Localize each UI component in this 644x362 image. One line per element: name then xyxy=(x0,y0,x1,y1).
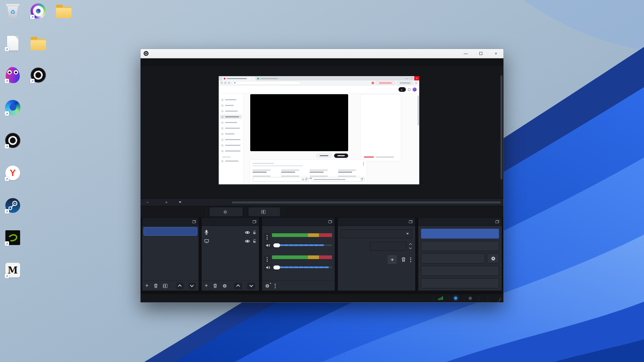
desktop-icon-steam[interactable] xyxy=(0,197,25,215)
obs-logo-icon xyxy=(144,51,149,56)
volume-slider[interactable] xyxy=(273,244,332,246)
zoom-in-button[interactable]: + xyxy=(163,200,169,205)
secondary-button xyxy=(316,154,332,158)
preview-vertical-scrollbar[interactable] xyxy=(500,68,502,196)
preview-horizontal-scrollbar[interactable] xyxy=(232,201,501,203)
edge-logo-icon xyxy=(4,99,21,116)
eye-icon[interactable] xyxy=(245,239,250,243)
close-button[interactable]: × xyxy=(488,49,503,58)
file-icon xyxy=(4,35,21,52)
stream-pill xyxy=(376,81,395,84)
mixer-header[interactable] xyxy=(262,218,335,226)
mute-button[interactable] xyxy=(264,264,271,271)
popout-icon[interactable] xyxy=(253,220,256,223)
preview-canvas[interactable]: —□× xyxy=(141,66,503,198)
popout-icon[interactable] xyxy=(192,220,196,223)
popout-icon[interactable] xyxy=(409,220,413,223)
scene-list-item[interactable] xyxy=(144,227,197,236)
volume-slider-handle[interactable] xyxy=(273,265,280,269)
desktop-icon-totally-accurate[interactable] xyxy=(0,67,25,84)
transition-menu-button[interactable] xyxy=(410,257,411,262)
ubisoft-connect-icon xyxy=(30,3,47,19)
transitions-header[interactable] xyxy=(338,218,415,226)
duration-spin-arrows[interactable] xyxy=(408,242,413,251)
eye-icon[interactable] xyxy=(245,231,250,234)
add-transition-button[interactable]: + xyxy=(388,255,397,264)
move-scene-down-button[interactable] xyxy=(189,283,196,289)
desktop-icon-nvidia-app[interactable] xyxy=(0,229,25,247)
duration-spinbox[interactable] xyxy=(370,242,407,251)
transition-select[interactable] xyxy=(341,229,412,238)
bitrate-status xyxy=(433,296,450,301)
advanced-audio-button[interactable] xyxy=(265,284,270,288)
scene-filters-button[interactable] xyxy=(163,284,167,288)
scenes-panel: + xyxy=(142,217,199,291)
captured-window-controls: —□× xyxy=(404,76,419,80)
volume-slider-handle[interactable] xyxy=(273,243,280,247)
controls-header[interactable] xyxy=(418,218,502,226)
source-properties-button[interactable] xyxy=(222,284,227,288)
virtual-camera-settings-button[interactable] xyxy=(487,253,499,263)
sources-header[interactable] xyxy=(202,218,259,226)
desktop-icon-ubisoft-connect[interactable] xyxy=(25,3,51,20)
zoom-out-button[interactable]: − xyxy=(145,200,151,205)
source-row-audio-input[interactable] xyxy=(202,228,259,237)
desktop-icon-assassins-creed[interactable] xyxy=(51,3,76,20)
folder-icon xyxy=(30,35,47,52)
obs-logo-icon xyxy=(30,67,47,83)
properties-button[interactable] xyxy=(210,207,243,216)
popout-icon[interactable] xyxy=(328,220,332,223)
obs-titlebar[interactable]: — × xyxy=(141,49,503,58)
desktop-icon-games-folder[interactable] xyxy=(25,35,51,53)
desktop-icon-microsoft-edge[interactable] xyxy=(0,99,25,117)
windows-desktop: ♻ xyxy=(0,0,644,362)
remove-scene-button[interactable] xyxy=(154,284,158,288)
shortcut-arrow-icon xyxy=(5,111,9,116)
unlock-icon[interactable] xyxy=(253,239,256,243)
shortcut-arrow-icon xyxy=(5,241,9,246)
move-scene-up-button[interactable] xyxy=(176,283,183,289)
stream-key-field xyxy=(253,177,309,182)
transitions-toolbar: + xyxy=(388,255,411,264)
desktop-icon-metro-exodus[interactable] xyxy=(0,262,25,280)
transitions-panel: + xyxy=(337,217,416,291)
settings-button[interactable] xyxy=(421,278,499,288)
desktop-icon-recycle-bin[interactable]: ♻ xyxy=(0,3,25,20)
studio-mode-button[interactable] xyxy=(421,266,499,276)
source-row-screen-capture[interactable] xyxy=(202,237,259,245)
move-source-up-button[interactable] xyxy=(234,283,242,289)
folder-icon xyxy=(55,3,72,19)
nvidia-logo-icon xyxy=(4,229,21,246)
volume-slider[interactable] xyxy=(273,266,332,268)
remove-transition-button[interactable] xyxy=(401,257,406,262)
mixer-menu-button[interactable] xyxy=(275,284,276,288)
browser-tab xyxy=(222,77,256,80)
start-virtual-camera-button[interactable] xyxy=(421,253,485,263)
maximize-button[interactable] xyxy=(473,49,488,58)
popout-icon[interactable] xyxy=(495,220,499,223)
stream-settings-card xyxy=(250,159,367,184)
filters-button[interactable] xyxy=(249,207,280,216)
stop-streaming-button[interactable] xyxy=(421,229,499,239)
resize-grip[interactable] xyxy=(498,297,501,300)
desktop-icon-obs-studio[interactable] xyxy=(25,67,51,84)
mixer-channel-menu-button[interactable] xyxy=(264,233,270,241)
chevron-down-icon[interactable] xyxy=(179,201,181,203)
add-scene-button[interactable]: + xyxy=(145,283,149,288)
start-recording-button[interactable] xyxy=(421,241,499,251)
scenes-header[interactable] xyxy=(142,218,199,226)
move-source-down-button[interactable] xyxy=(247,283,255,289)
unlock-icon[interactable] xyxy=(253,230,256,235)
desktop-icon-minecraft[interactable] xyxy=(0,35,25,53)
desktop-icon-obs-studio-2[interactable] xyxy=(0,132,25,150)
spin-up-icon[interactable] xyxy=(409,243,412,246)
spin-down-icon[interactable] xyxy=(409,246,412,249)
remove-source-button[interactable] xyxy=(213,284,217,288)
mixer-channel-menu-button[interactable] xyxy=(264,255,270,263)
minimize-button[interactable]: — xyxy=(458,49,473,58)
add-source-button[interactable]: + xyxy=(205,283,208,288)
shortcut-arrow-icon xyxy=(5,144,9,148)
upload-button xyxy=(398,87,406,92)
desktop-icon-yandex[interactable] xyxy=(0,165,25,182)
mute-button[interactable] xyxy=(264,242,271,249)
